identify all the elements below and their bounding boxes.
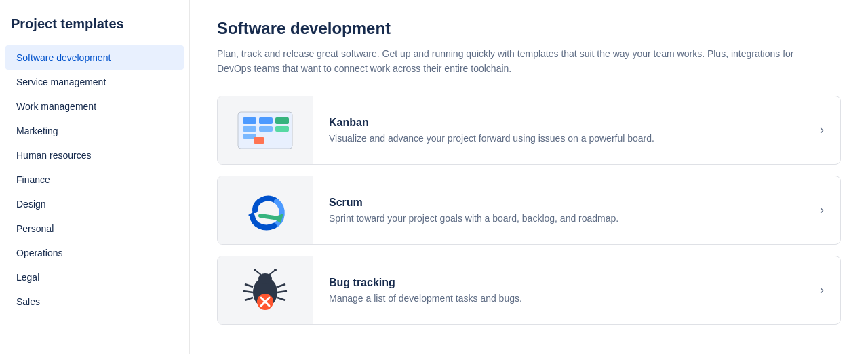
- sidebar-title: Project templates: [0, 16, 189, 45]
- sidebar-items: Software developmentService managementWo…: [0, 45, 189, 314]
- svg-rect-7: [275, 126, 289, 132]
- svg-line-19: [243, 291, 253, 292]
- template-card-content-kanban: Kanban Visualize and advance your projec…: [313, 103, 804, 157]
- template-card-scrum[interactable]: Scrum Sprint toward your project goals w…: [217, 176, 841, 245]
- svg-line-18: [245, 284, 253, 287]
- sidebar-item-service-management[interactable]: Service management: [5, 70, 184, 94]
- svg-rect-2: [243, 126, 256, 132]
- sidebar-item-legal[interactable]: Legal: [5, 265, 184, 290]
- scrum-icon: [218, 176, 313, 244]
- sidebar-item-personal[interactable]: Personal: [5, 216, 184, 241]
- sidebar-item-work-management[interactable]: Work management: [5, 94, 184, 119]
- svg-rect-8: [254, 137, 264, 144]
- svg-point-17: [274, 269, 277, 271]
- sidebar: Project templates Software developmentSe…: [0, 0, 190, 354]
- template-card-bug-tracking[interactable]: Bug tracking Manage a list of developmen…: [217, 256, 841, 325]
- sidebar-item-software-development[interactable]: Software development: [5, 45, 184, 70]
- svg-line-23: [277, 298, 285, 300]
- svg-line-21: [277, 284, 285, 287]
- sidebar-item-sales[interactable]: Sales: [5, 290, 184, 314]
- template-card-content-bug-tracking: Bug tracking Manage a list of developmen…: [313, 263, 804, 317]
- template-card-arrow-kanban: ›: [804, 109, 840, 151]
- sidebar-item-operations[interactable]: Operations: [5, 241, 184, 265]
- sidebar-item-design[interactable]: Design: [5, 192, 184, 216]
- template-cards: Kanban Visualize and advance your projec…: [217, 96, 841, 325]
- main-content: Software development Plan, track and rel…: [190, 0, 868, 354]
- main-title: Software development: [217, 19, 841, 38]
- template-card-desc-scrum: Sprint toward your project goals with a …: [329, 213, 787, 224]
- svg-rect-5: [259, 126, 273, 132]
- template-card-kanban[interactable]: Kanban Visualize and advance your projec…: [217, 96, 841, 165]
- template-card-title-kanban: Kanban: [329, 117, 787, 129]
- svg-rect-4: [259, 117, 273, 124]
- svg-line-20: [245, 298, 253, 300]
- template-card-title-bug-tracking: Bug tracking: [329, 277, 787, 289]
- sidebar-item-marketing[interactable]: Marketing: [5, 119, 184, 143]
- template-card-content-scrum: Scrum Sprint toward your project goals w…: [313, 183, 804, 237]
- template-card-title-scrum: Scrum: [329, 197, 787, 209]
- sidebar-item-finance[interactable]: Finance: [5, 168, 184, 192]
- svg-line-22: [277, 291, 287, 292]
- svg-rect-1: [243, 117, 256, 124]
- svg-line-11: [260, 216, 279, 218]
- svg-rect-6: [275, 117, 289, 124]
- template-card-desc-bug-tracking: Manage a list of development tasks and b…: [329, 293, 787, 304]
- template-card-desc-kanban: Visualize and advance your project forwa…: [329, 133, 787, 144]
- bug-icon: [218, 256, 313, 324]
- template-card-arrow-scrum: ›: [804, 189, 840, 231]
- template-card-arrow-bug-tracking: ›: [804, 269, 840, 311]
- sidebar-item-human-resources[interactable]: Human resources: [5, 143, 184, 168]
- svg-point-16: [254, 269, 256, 271]
- main-description: Plan, track and release great software. …: [217, 46, 827, 77]
- kanban-icon: [218, 96, 313, 164]
